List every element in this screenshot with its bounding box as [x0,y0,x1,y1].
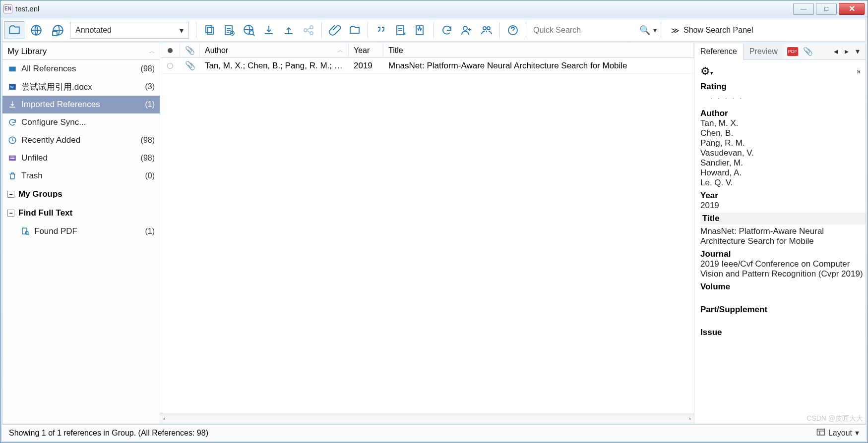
author-value[interactable]: Sandier, M. [700,158,864,168]
prev-reference-button[interactable]: ◂ [834,47,838,56]
group-share-button[interactable] [478,21,496,39]
gear-icon[interactable]: ⚙▾ [700,65,713,78]
sidebar-item-count: (1) [145,100,155,109]
horizontal-scrollbar[interactable]: ‹› [160,413,694,424]
svg-rect-18 [9,67,16,72]
online-mode-button[interactable] [26,21,46,39]
tab-reference[interactable]: Reference [694,44,744,60]
table-row[interactable]: 📎 Tan, M. X.; Chen, B.; Pang, R. M.; Va.… [160,58,694,74]
column-year[interactable]: Year [349,43,383,57]
paperclip-icon[interactable]: 📎 [803,47,813,56]
sidebar-item-imported-references[interactable]: Imported References (1) [2,96,160,113]
panel-menu-button[interactable]: ▾ [856,47,860,56]
layout-button[interactable]: Layout ▾ [816,428,859,438]
journal-value[interactable]: 2019 Ieee/Cvf Conference on Computer Vis… [700,259,864,279]
trash-icon [7,171,17,181]
pdf-search-icon [20,226,30,236]
sort-up-icon: ︿ [338,47,343,54]
svg-point-11 [310,32,313,35]
paperclip-icon: 📎 [185,46,195,55]
author-value[interactable]: Chen, B. [700,128,864,138]
new-reference-button[interactable] [220,21,238,39]
next-reference-button[interactable]: ▸ [845,47,849,56]
volume-value[interactable] [700,292,864,302]
cell-title: MnasNet: Platform-Aware Neural Architect… [383,61,694,71]
column-label: Author [205,46,228,55]
library-header[interactable]: My Library ︿ [2,43,160,60]
sidebar-item-found-pdf[interactable]: Found PDF (1) [2,222,160,240]
column-read-status[interactable] [160,43,180,57]
sidebar-item-recently-added[interactable]: Recently Added (98) [2,131,160,149]
rating-stars[interactable]: ····· [700,92,864,106]
local-library-button[interactable] [4,21,24,39]
svg-point-9 [304,29,307,32]
tab-preview[interactable]: Preview [744,43,784,59]
library-list: All References (98) W 尝试试用引用.docx (3) Im… [2,60,160,424]
export-button[interactable] [280,21,298,39]
integrated-mode-button[interactable] [48,21,68,39]
chevron-down-double-icon: ≫ [671,26,680,35]
maximize-button[interactable]: □ [816,3,837,15]
part-value[interactable] [700,315,864,325]
sidebar-item-configure-sync[interactable]: Configure Sync... [2,113,160,131]
show-search-panel-button[interactable]: ≫ Show Search Panel [665,21,759,39]
toolbar: Annotated ▾ 🔍 ▾ ≫ Show Search Pane [2,19,866,42]
cell-read-status[interactable] [160,63,180,69]
author-value[interactable]: Tan, M. X. [700,118,864,128]
expand-icon[interactable]: » [857,67,861,75]
content-area: My Library ︿ All References (98) W 尝试试用引… [2,43,866,424]
column-title[interactable]: Title [383,43,694,57]
dot-icon [168,48,173,53]
sidebar-item-label: Found PDF [34,226,77,236]
scroll-left-icon: ‹ [163,415,165,422]
share-library-button[interactable] [458,21,476,39]
author-value[interactable]: Le, Q. V. [700,178,864,188]
pdf-icon[interactable]: PDF [787,47,798,56]
statusbar: Showing 1 of 1 references in Group. (All… [2,424,866,441]
group-my-groups[interactable]: − My Groups [2,185,160,204]
svg-point-8 [249,31,253,35]
column-attachment[interactable]: 📎 [180,43,200,57]
attach-button[interactable] [326,21,344,39]
cite-while-write-button[interactable] [412,21,430,39]
reference-fields: ⚙▾ » Rating ····· Author Tan, M. X. Chen… [694,60,866,424]
author-value[interactable]: Vasudevan, V. [700,148,864,158]
sidebar-item-count: (0) [145,171,155,180]
sidebar-item-unfiled[interactable]: Unfiled (98) [2,149,160,167]
search-dropdown-icon[interactable]: ▾ [653,26,657,34]
author-value[interactable]: Pang, R. M. [700,138,864,148]
display-mode-dropdown[interactable]: Annotated ▾ [70,22,189,39]
status-text: Showing 1 of 1 references in Group. (All… [9,429,208,438]
author-value[interactable]: Howard, A. [700,168,864,178]
format-bib-button[interactable] [392,21,410,39]
unfiled-icon [7,153,17,163]
minimize-button[interactable]: — [793,3,814,15]
column-author[interactable]: Author︿ [200,43,349,57]
year-value[interactable]: 2019 [700,201,864,211]
insert-citation-button[interactable] [372,21,390,39]
svg-rect-23 [10,157,15,158]
group-label: My Groups [18,189,62,199]
copy-button[interactable] [200,21,218,39]
folder-icon [7,64,17,74]
table-body: 📎 Tan, M. X.; Chen, B.; Pang, R. M.; Va.… [160,58,694,413]
quick-search-input[interactable] [530,22,635,38]
search-icon[interactable]: 🔍 [639,25,650,36]
sidebar-item-trash[interactable]: Trash (0) [2,167,160,185]
open-folder-button[interactable] [346,21,364,39]
close-button[interactable]: ✕ [839,3,865,15]
svg-rect-27 [817,429,824,435]
share-button[interactable] [300,21,317,39]
title-value[interactable]: MnasNet: Platform-Aware Neural Architect… [700,226,864,246]
sync-button[interactable] [438,21,456,39]
cell-attachment[interactable]: 📎 [180,60,200,71]
sidebar-item-docx[interactable]: W 尝试试用引用.docx (3) [2,78,160,96]
sidebar-item-all-references[interactable]: All References (98) [2,60,160,78]
help-button[interactable] [504,21,522,39]
online-search-button[interactable] [240,21,258,39]
show-search-panel-label: Show Search Panel [683,26,753,35]
import-button[interactable] [260,21,278,39]
svg-point-16 [487,27,490,30]
journal-label: Journal [700,249,864,259]
group-find-full-text[interactable]: − Find Full Text [2,204,160,222]
